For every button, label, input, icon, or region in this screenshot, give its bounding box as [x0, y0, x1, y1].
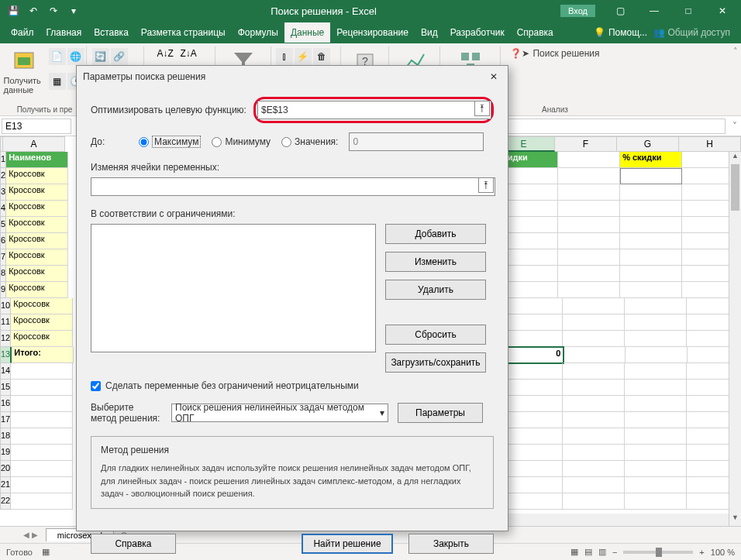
close-window-icon[interactable]: ✕ [707, 0, 738, 22]
flash-fill-icon[interactable]: ⚡ [295, 48, 312, 65]
collapse-ribbon-icon[interactable]: ˄ [733, 46, 738, 57]
view-break-icon[interactable]: ▥ [598, 547, 606, 557]
quick-access-toolbar: 💾 ↶ ↷ ▾ [0, 2, 87, 19]
zoom-slider[interactable] [623, 551, 693, 554]
from-web-icon[interactable]: 🌐 [67, 48, 84, 65]
objective-input[interactable]: $E$13 [257, 101, 491, 119]
solve-button[interactable]: Найти решение [302, 534, 393, 554]
col-H[interactable]: H [679, 136, 741, 152]
login-button[interactable]: Вход [560, 5, 595, 17]
titlebar: 💾 ↶ ↷ ▾ Поиск решения - Excel Вход ▢ — □… [0, 0, 741, 22]
ribbon-options-icon[interactable]: ▢ [605, 0, 636, 22]
info-box: Метод решения Для гладких нелинейных зад… [91, 436, 494, 509]
selected-cell[interactable]: 0 [501, 347, 564, 363]
objective-label: Оптимизировать целевую функцию: [91, 105, 253, 115]
vertical-scrollbar[interactable]: ▲ ▼ [729, 152, 741, 526]
tab-review[interactable]: Рецензирование [330, 22, 415, 43]
tab-layout[interactable]: Разметка страницы [135, 22, 232, 43]
svg-rect-1 [18, 57, 30, 65]
tab-formulas[interactable]: Формулы [232, 22, 284, 43]
radio-min[interactable]: Минимуму [212, 136, 271, 147]
solver-dialog: Параметры поиска решения ✕ Оптимизироват… [76, 65, 508, 531]
dialog-close-icon[interactable]: ✕ [486, 69, 501, 84]
reset-button[interactable]: Сбросить [385, 325, 486, 345]
info-title: Метод решения [101, 445, 484, 455]
range-picker-icon-2[interactable]: ⭱ [478, 177, 494, 193]
changing-input[interactable] [91, 177, 495, 196]
change-button[interactable]: Изменить [385, 252, 486, 272]
dialog-title: Параметры поиска решения [83, 71, 205, 82]
method-label: Выберите метод решения: [91, 402, 162, 424]
save-icon[interactable]: 💾 [5, 2, 22, 19]
row-head-1[interactable]: 1 [0, 152, 6, 168]
tab-developer[interactable]: Разработчик [444, 22, 511, 43]
group-label: Получить и пре [3, 105, 86, 114]
params-button[interactable]: Параметры [398, 403, 483, 423]
scroll-down-icon[interactable]: ▼ [729, 514, 741, 526]
from-table-icon[interactable]: ▦ [49, 73, 66, 90]
loadsave-button[interactable]: Загрузить/сохранить [385, 352, 486, 373]
col-A[interactable]: A [3, 136, 65, 152]
solver-icon: ❓➤ [510, 48, 529, 59]
view-normal-icon[interactable]: ▦ [570, 547, 578, 557]
info-text: Для гладких нелинейных задач используйте… [101, 462, 484, 500]
method-select[interactable]: Поиск решения нелинейных задач методом О… [171, 404, 388, 422]
zoom-level[interactable]: 100 % [711, 548, 735, 557]
qat-dropdown-icon[interactable]: ▾ [65, 2, 82, 19]
changing-label: Изменяя ячейки переменных: [91, 162, 494, 173]
namebox[interactable] [2, 119, 71, 134]
from-text-icon[interactable]: 📄 [49, 48, 66, 65]
svg-rect-4 [461, 53, 469, 60]
zoom-out-icon[interactable]: − [612, 548, 617, 557]
expand-formula-icon[interactable]: ˅ [729, 121, 741, 132]
scroll-up-icon[interactable]: ▲ [729, 152, 741, 164]
constraints-list[interactable] [91, 224, 376, 352]
window-title: Поиск решения - Excel [87, 5, 560, 17]
undo-icon[interactable]: ↶ [25, 2, 42, 19]
tab-home[interactable]: Главная [40, 22, 88, 43]
remove-dup-icon[interactable]: 🗑 [313, 48, 330, 65]
close-button[interactable]: Закрыть [408, 534, 494, 554]
nonneg-label: Сделать переменные без ограничений неотр… [105, 380, 359, 391]
col-F[interactable]: F [555, 136, 617, 152]
svg-rect-5 [472, 53, 480, 60]
tab-view[interactable]: Вид [415, 22, 444, 43]
status-ready: Готово [6, 548, 33, 557]
tab-insert[interactable]: Вставка [88, 22, 135, 43]
macro-icon[interactable]: ▦ [42, 547, 50, 557]
maximize-icon[interactable]: □ [673, 0, 704, 22]
solver-button[interactable]: ❓➤ Поиск решения [510, 48, 599, 59]
redo-icon[interactable]: ↷ [45, 2, 62, 19]
get-data-button[interactable]: Получить данные [2, 48, 46, 96]
radio-max[interactable]: Максимум [139, 136, 201, 148]
help-button[interactable]: Справка [91, 534, 176, 554]
add-button[interactable]: Добавить [385, 224, 486, 244]
col-G[interactable]: G [617, 136, 679, 152]
value-input[interactable]: 0 [349, 132, 484, 151]
tell-me[interactable]: 💡 Помощ... [594, 27, 647, 38]
scroll-thumb[interactable] [731, 164, 739, 211]
minimize-icon[interactable]: — [639, 0, 670, 22]
to-label: До: [91, 136, 128, 147]
share-button[interactable]: 👥 Общий доступ [647, 22, 736, 43]
group-label-analysis: Анализ [501, 105, 609, 114]
nonneg-checkbox[interactable] [91, 381, 101, 391]
view-layout-icon[interactable]: ▤ [584, 547, 592, 557]
constraints-label: В соответствии с ограничениями: [91, 208, 494, 219]
radio-value[interactable]: Значения: [281, 136, 338, 147]
dialog-titlebar: Параметры поиска решения ✕ [77, 66, 508, 88]
ribbon-tabs: Файл Главная Вставка Разметка страницы Ф… [0, 22, 741, 43]
tab-data[interactable]: Данные [284, 22, 330, 43]
range-picker-icon[interactable]: ⭱ [474, 101, 490, 116]
tab-help[interactable]: Справка [511, 22, 560, 43]
refresh-icon[interactable]: 🔄 [92, 48, 109, 65]
connections-icon[interactable]: 🔗 [111, 48, 128, 65]
delete-button[interactable]: Удалить [385, 280, 486, 300]
zoom-in-icon[interactable]: + [699, 548, 704, 557]
get-data-icon [12, 50, 36, 74]
text-to-columns-icon[interactable]: ⫿ [276, 48, 293, 65]
tab-file[interactable]: Файл [5, 22, 40, 43]
